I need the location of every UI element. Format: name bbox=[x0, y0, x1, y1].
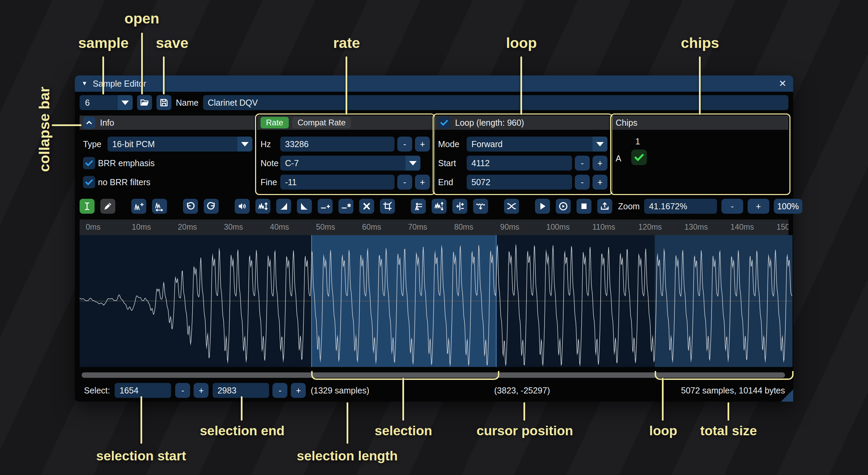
loop-end-increment-button[interactable]: + bbox=[592, 175, 607, 190]
resize-grip[interactable] bbox=[781, 389, 793, 402]
chevron-up-icon bbox=[85, 118, 94, 127]
fine-increment-button[interactable]: + bbox=[415, 175, 430, 190]
annotation-save: save bbox=[156, 35, 188, 51]
resample-button[interactable] bbox=[152, 199, 167, 214]
selection-start-increment-button[interactable]: + bbox=[194, 383, 208, 398]
close-icon[interactable]: ✕ bbox=[779, 78, 786, 89]
loop-start-increment-button[interactable]: + bbox=[592, 156, 607, 171]
zoom-input[interactable]: 41.1672% bbox=[644, 199, 717, 214]
fade-out-icon bbox=[299, 201, 310, 211]
annotation-loop-top: loop bbox=[506, 35, 537, 51]
crop-icon bbox=[382, 201, 393, 211]
check-icon bbox=[439, 118, 449, 127]
apply-silence-button[interactable] bbox=[338, 199, 353, 214]
invert-button[interactable] bbox=[432, 199, 447, 214]
normalize-button[interactable] bbox=[255, 199, 270, 214]
upload-icon bbox=[600, 201, 610, 211]
preview-button[interactable] bbox=[535, 199, 550, 214]
speaker-icon bbox=[237, 201, 247, 211]
collapse-bar-button[interactable] bbox=[83, 117, 95, 129]
window-collapse-icon[interactable]: ▼ bbox=[82, 80, 87, 87]
save-sample-button[interactable] bbox=[156, 95, 171, 110]
loop-end-input[interactable]: 5072 bbox=[467, 175, 572, 190]
fine-decrement-button[interactable]: - bbox=[397, 175, 412, 190]
delete-button[interactable] bbox=[359, 199, 374, 214]
selection-end-increment-button[interactable]: + bbox=[291, 383, 306, 398]
loop-start-decrement-button[interactable]: - bbox=[575, 156, 590, 171]
fine-input[interactable]: -11 bbox=[280, 175, 395, 190]
ruler-label: 10ms bbox=[132, 223, 151, 232]
ruler[interactable]: 0ms10ms20ms30ms40ms50ms60ms70ms80ms90ms1… bbox=[80, 219, 788, 235]
x-icon bbox=[362, 201, 372, 211]
loop-mode-select[interactable]: Forward bbox=[467, 137, 607, 152]
amplify-button[interactable] bbox=[235, 199, 250, 214]
resize-button[interactable] bbox=[131, 199, 146, 214]
brr-emphasis-checkbox[interactable] bbox=[83, 157, 95, 169]
fade-in-button[interactable] bbox=[276, 199, 291, 214]
sample-selector[interactable]: 6 bbox=[80, 95, 133, 110]
wave-left-arrows-icon bbox=[413, 201, 423, 211]
preview-loop-button[interactable] bbox=[556, 199, 571, 214]
stop-preview-button[interactable] bbox=[577, 199, 591, 214]
crossfade-loop-button[interactable] bbox=[504, 199, 519, 214]
wave-vertical-arrows-icon bbox=[258, 201, 268, 211]
sample-toolbar: Zoom 41.1672% - + 100% bbox=[80, 199, 788, 214]
chevron-down-icon[interactable] bbox=[592, 137, 607, 152]
annotation-selection-start: selection start bbox=[96, 448, 186, 463]
loop-start-input[interactable]: 4112 bbox=[467, 156, 572, 171]
undo-button[interactable] bbox=[183, 199, 198, 214]
sample-type-value: 16-bit PCM bbox=[107, 137, 237, 152]
open-sample-button[interactable] bbox=[137, 95, 152, 110]
annotation-loop-bottom: loop bbox=[649, 423, 677, 438]
note-select[interactable]: C-7 bbox=[280, 156, 420, 171]
select-mode-button[interactable] bbox=[80, 199, 95, 214]
zoom-in-button[interactable]: + bbox=[748, 199, 769, 214]
note-label: Note bbox=[261, 158, 278, 168]
property-panels: Info Type 16-bit PCM BRR emphasis bbox=[80, 116, 788, 193]
loop-panel: Loop (length: 960) Mode Forward Start 41… bbox=[435, 116, 611, 193]
line-plus-icon bbox=[320, 201, 330, 211]
redo-button[interactable] bbox=[204, 199, 219, 214]
annotation-bracket-loop bbox=[655, 371, 794, 380]
ruler-label: 130ms bbox=[684, 223, 708, 232]
chevron-down-icon[interactable] bbox=[237, 137, 252, 152]
apply-filter-button[interactable] bbox=[473, 199, 488, 214]
info-title: Info bbox=[100, 118, 114, 128]
hz-decrement-button[interactable]: - bbox=[397, 137, 412, 152]
selection-end-decrement-button[interactable]: - bbox=[272, 383, 287, 398]
loop-end-label: End bbox=[438, 177, 464, 187]
waveform-canvas[interactable] bbox=[80, 235, 792, 367]
zoom-out-button[interactable]: - bbox=[721, 199, 743, 214]
loop-enable-checkbox[interactable] bbox=[438, 117, 450, 129]
window-titlebar[interactable]: ▼ Sample Editor ✕ bbox=[75, 75, 793, 92]
note-value: C-7 bbox=[280, 156, 405, 171]
chevron-down-icon[interactable] bbox=[118, 95, 133, 110]
import-button[interactable] bbox=[597, 199, 612, 214]
fade-out-button[interactable] bbox=[297, 199, 312, 214]
selection-start-decrement-button[interactable]: - bbox=[175, 383, 190, 398]
signed-unsigned-button[interactable] bbox=[452, 199, 467, 214]
draw-mode-button[interactable] bbox=[100, 199, 115, 214]
ruler-label: 20ms bbox=[178, 223, 197, 232]
ruler-label: 100ms bbox=[546, 223, 570, 232]
no-brr-filters-checkbox[interactable] bbox=[83, 176, 95, 188]
hz-increment-button[interactable]: + bbox=[415, 137, 430, 152]
fine-label: Fine bbox=[261, 177, 278, 187]
sample-type-select[interactable]: 16-bit PCM bbox=[107, 137, 252, 152]
chip-enable-checkbox[interactable] bbox=[631, 149, 647, 165]
tab-compat-rate[interactable]: Compat Rate bbox=[292, 117, 351, 128]
selection-start-input[interactable]: 1654 bbox=[115, 383, 171, 398]
chevron-down-icon[interactable] bbox=[405, 156, 420, 171]
pencil-icon bbox=[103, 201, 113, 211]
selection-end-input[interactable]: 2983 bbox=[213, 383, 269, 398]
hz-input[interactable]: 33286 bbox=[280, 137, 395, 152]
annotation-bracket-selection bbox=[311, 371, 499, 380]
zoom-reset-button[interactable]: 100% bbox=[774, 199, 802, 214]
line-asterisk-icon bbox=[341, 201, 351, 211]
insert-silence-button[interactable] bbox=[318, 199, 333, 214]
reverse-button[interactable] bbox=[411, 199, 426, 214]
zoom-label: Zoom bbox=[618, 201, 640, 211]
tab-rate[interactable]: Rate bbox=[261, 117, 289, 128]
loop-end-decrement-button[interactable]: - bbox=[575, 175, 590, 190]
trim-button[interactable] bbox=[380, 199, 395, 214]
